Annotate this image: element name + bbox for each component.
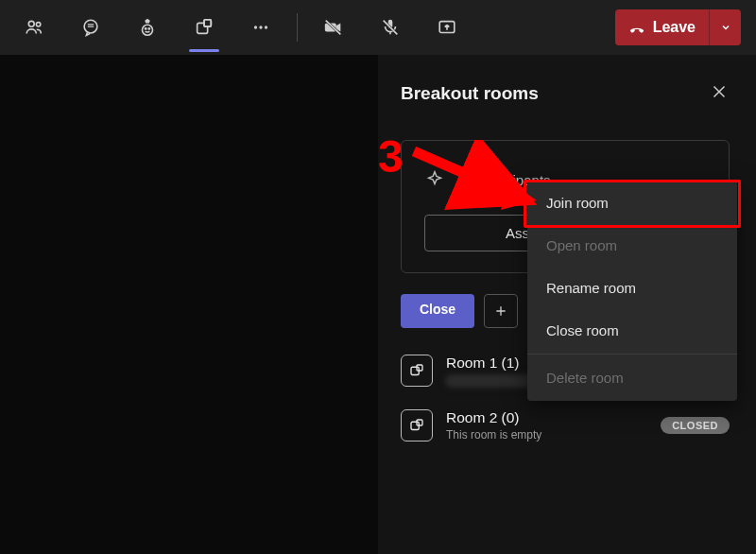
close-panel-button[interactable] <box>709 81 730 106</box>
meeting-toolbar: Leave <box>0 0 756 55</box>
people-icon[interactable] <box>15 9 53 46</box>
share-screen-icon[interactable] <box>428 9 466 46</box>
mic-off-icon[interactable] <box>371 9 409 46</box>
svg-point-3 <box>143 25 153 35</box>
svg-rect-24 <box>417 420 422 425</box>
menu-close-room[interactable]: Close room <box>527 309 737 352</box>
menu-join-room[interactable]: Join room <box>527 182 737 224</box>
status-badge: CLOSED <box>661 417 730 434</box>
menu-open-room[interactable]: Open room <box>527 224 737 267</box>
room-name: Room 2 (0) <box>446 409 647 426</box>
svg-point-5 <box>148 28 149 29</box>
more-icon[interactable] <box>242 9 280 46</box>
panel-title: Breakout rooms <box>401 83 539 104</box>
room-row[interactable]: Room 2 (0) This room is empty CLOSED <box>401 409 730 441</box>
close-rooms-button[interactable]: Close <box>401 294 474 328</box>
svg-point-11 <box>265 26 267 28</box>
hangup-icon <box>628 19 645 36</box>
chevron-down-icon <box>720 22 731 33</box>
leave-options-caret[interactable] <box>709 9 741 45</box>
sparkle-icon <box>424 169 445 190</box>
room-icon <box>401 355 433 387</box>
reactions-icon[interactable] <box>129 9 166 46</box>
menu-separator <box>527 354 737 355</box>
toolbar-divider <box>297 13 298 42</box>
svg-point-10 <box>259 26 262 28</box>
menu-delete-room[interactable]: Delete room <box>527 356 737 399</box>
chat-icon[interactable] <box>72 9 110 46</box>
leave-label: Leave <box>653 19 696 36</box>
svg-point-0 <box>28 21 34 26</box>
room-icon <box>401 409 433 441</box>
plus-icon <box>493 303 508 319</box>
breakout-rooms-icon[interactable] <box>185 9 223 46</box>
svg-point-1 <box>36 23 40 26</box>
room-subtext: This room is empty <box>446 428 647 441</box>
close-icon <box>709 81 730 102</box>
leave-button[interactable]: Leave <box>615 9 741 45</box>
room-context-menu: Join room Open room Rename room Close ro… <box>527 180 737 401</box>
svg-point-9 <box>254 26 257 28</box>
svg-rect-22 <box>417 365 422 371</box>
camera-off-icon[interactable] <box>315 9 352 46</box>
svg-rect-7 <box>204 20 211 26</box>
menu-rename-room[interactable]: Rename room <box>527 267 737 309</box>
annotation-step-number: 3 <box>378 130 404 182</box>
svg-point-4 <box>146 28 146 29</box>
add-room-button[interactable] <box>484 294 518 328</box>
